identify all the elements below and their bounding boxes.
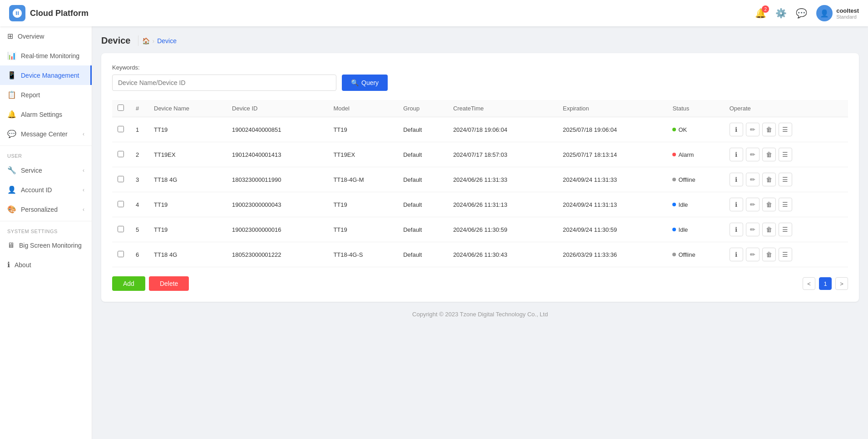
search-label: Keywords: [112, 64, 848, 71]
row-status-5: Offline [667, 242, 724, 267]
row-checkbox-1 [112, 142, 130, 167]
edit-btn-4[interactable]: ✏ [746, 223, 760, 236]
info-btn-3[interactable]: ℹ [730, 198, 743, 211]
row-device-id-5: 180523000001222 [227, 242, 328, 267]
query-button[interactable]: 🔍 Query [342, 75, 388, 91]
row-device-name-3: TT19 [148, 192, 227, 217]
sidebar-message-label: Message Center [21, 130, 68, 138]
add-button[interactable]: Add [112, 276, 145, 291]
sidebar-divider-user [0, 145, 92, 146]
info-btn-5[interactable]: ℹ [730, 248, 743, 261]
page-title: Device [101, 35, 138, 46]
edit-btn-3[interactable]: ✏ [746, 198, 760, 211]
detail-btn-1[interactable]: ☰ [779, 148, 792, 161]
pagination: < 1 > [803, 277, 848, 290]
info-btn-4[interactable]: ℹ [730, 223, 743, 236]
message-icon[interactable]: 💬 [796, 8, 807, 19]
breadcrumb-home-icon[interactable]: 🏠 [142, 37, 150, 45]
main-content: Device 🏠 › Device Keywords: 🔍 Query [92, 26, 868, 439]
row-create-time-4: 2024/06/26 11:30:59 [448, 217, 557, 242]
account-arrow-icon: ‹ [83, 187, 84, 193]
th-operate: Operate [724, 100, 848, 117]
row-check-1[interactable] [118, 151, 124, 157]
personalized-arrow-icon: ‹ [83, 206, 84, 213]
detail-btn-0[interactable]: ☰ [779, 123, 792, 136]
info-btn-1[interactable]: ℹ [730, 148, 743, 161]
action-btn-group: Add Delete [112, 276, 189, 291]
row-model-5: TT18-4G-S [328, 242, 398, 267]
row-create-time-1: 2024/07/17 18:57:03 [448, 142, 557, 167]
delete-btn-1[interactable]: 🗑 [762, 148, 776, 161]
detail-btn-3[interactable]: ☰ [779, 198, 792, 211]
sidebar-item-message[interactable]: 💬 Message Center ‹ [0, 124, 92, 144]
page-1-button[interactable]: 1 [819, 277, 832, 290]
row-check-4[interactable] [118, 226, 124, 232]
settings-icon[interactable]: ⚙️ [775, 8, 787, 19]
detail-btn-4[interactable]: ☰ [779, 223, 792, 236]
sidebar-item-realtime[interactable]: 📊 Real-time Monitoring [0, 46, 92, 65]
sidebar-service-label: Service [21, 167, 42, 174]
sidebar-item-report[interactable]: 📋 Report [0, 85, 92, 105]
sidebar-item-about[interactable]: ℹ About [0, 255, 92, 274]
service-arrow-icon: ‹ [83, 167, 84, 174]
detail-btn-5[interactable]: ☰ [779, 248, 792, 261]
row-check-2[interactable] [118, 176, 124, 182]
notification-icon[interactable]: 🔔 2 [755, 8, 766, 19]
row-device-id-2: 180323000011990 [227, 167, 328, 192]
edit-btn-1[interactable]: ✏ [746, 148, 760, 161]
th-model: Model [328, 100, 398, 117]
edit-btn-2[interactable]: ✏ [746, 173, 760, 186]
sidebar-overview-label: Overview [18, 33, 44, 40]
row-model-3: TT19 [328, 192, 398, 217]
table-row: 2 TT19EX 190124040001413 TT19EX Default … [112, 142, 848, 167]
row-checkbox-3 [112, 192, 130, 217]
edit-btn-5[interactable]: ✏ [746, 248, 760, 261]
row-expiration-0: 2025/07/18 19:06:04 [557, 117, 667, 142]
search-icon: 🔍 [351, 79, 359, 86]
info-btn-0[interactable]: ℹ [730, 123, 743, 136]
row-group-4: Default [398, 217, 448, 242]
row-device-id-3: 190023000000043 [227, 192, 328, 217]
row-check-0[interactable] [118, 126, 124, 132]
sidebar-item-account[interactable]: 👤 Account ID ‹ [0, 180, 92, 200]
row-status-0: OK [667, 117, 724, 142]
sidebar-item-service[interactable]: 🔧 Service ‹ [0, 160, 92, 180]
row-model-1: TT19EX [328, 142, 398, 167]
sidebar-about-label: About [15, 261, 31, 269]
row-check-5[interactable] [118, 251, 124, 257]
sidebar-item-bigscreen[interactable]: 🖥 Big Screen Monitoring [0, 236, 92, 255]
select-all-checkbox[interactable] [118, 105, 124, 111]
delete-btn-2[interactable]: 🗑 [762, 173, 776, 186]
sidebar-item-alarm[interactable]: 🔔 Alarm Settings [0, 105, 92, 124]
row-create-time-2: 2024/06/26 11:31:33 [448, 167, 557, 192]
next-page-button[interactable]: > [835, 277, 848, 290]
status-text-4: Idle [678, 226, 688, 233]
edit-btn-0[interactable]: ✏ [746, 123, 760, 136]
system-section-label: SYSTEM SETTINGS [0, 223, 92, 236]
delete-btn-4[interactable]: 🗑 [762, 223, 776, 236]
detail-btn-2[interactable]: ☰ [779, 173, 792, 186]
info-btn-2[interactable]: ℹ [730, 173, 743, 186]
delete-button[interactable]: Delete [149, 276, 189, 291]
sidebar-item-overview[interactable]: ⊞ Overview [0, 26, 92, 46]
user-info[interactable]: 👤 cooltest Standard [816, 5, 859, 21]
user-text: cooltest Standard [836, 7, 859, 20]
status-text-3: Idle [678, 201, 688, 208]
th-checkbox [112, 100, 130, 117]
sidebar-item-personalized[interactable]: 🎨 Personalized ‹ [0, 200, 92, 219]
sidebar-item-device[interactable]: 📱 Device Management [0, 65, 92, 85]
row-operate-1: ℹ ✏ 🗑 ☰ [724, 142, 848, 167]
search-input[interactable] [112, 75, 336, 91]
row-device-name-4: TT19 [148, 217, 227, 242]
row-device-id-4: 190023000000016 [227, 217, 328, 242]
delete-btn-0[interactable]: 🗑 [762, 123, 776, 136]
prev-page-button[interactable]: < [803, 277, 815, 290]
row-check-3[interactable] [118, 201, 124, 207]
search-row: 🔍 Query [112, 75, 848, 91]
delete-btn-5[interactable]: 🗑 [762, 248, 776, 261]
row-group-3: Default [398, 192, 448, 217]
row-expiration-5: 2026/03/29 11:33:36 [557, 242, 667, 267]
report-icon: 📋 [7, 90, 16, 99]
delete-btn-3[interactable]: 🗑 [762, 198, 776, 211]
message-arrow-icon: ‹ [83, 131, 84, 137]
